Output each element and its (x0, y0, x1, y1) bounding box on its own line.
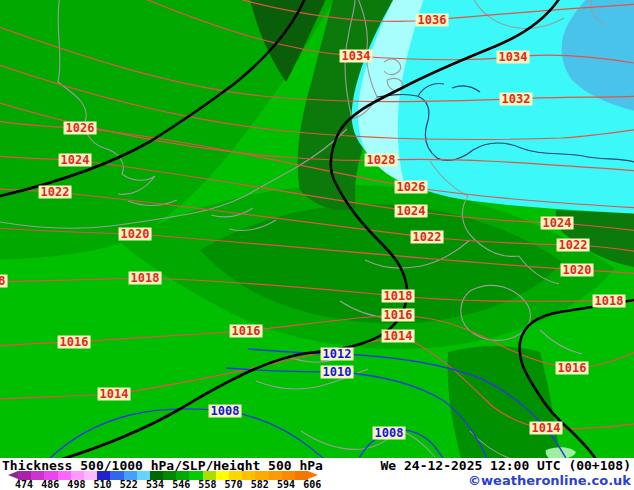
isobar-label: 1008 (209, 405, 242, 418)
isobar-label: 1012 (321, 348, 354, 361)
isobar-label: 1020 (119, 228, 152, 241)
isobar-label: 1016 (382, 309, 415, 322)
isobar-label: 1016 (230, 325, 263, 338)
copyright-link[interactable]: ©weatheronline.co.uk (468, 474, 631, 488)
scale-value: 606 (303, 479, 321, 490)
scale-arrow-left (8, 471, 18, 479)
isobar-label: 1018 (593, 295, 626, 308)
isobar-label: 1026 (64, 122, 97, 135)
isobar-label: 1028 (365, 154, 398, 167)
isobar-label: 1022 (557, 239, 590, 252)
isobar-label: 1034 (340, 50, 373, 63)
weather-map-screenshot: 1036103410341032102810261026102410241024… (0, 0, 634, 490)
isobar-label: 1016 (556, 362, 589, 375)
isobar-label: 1024 (541, 217, 574, 230)
isobar-label: 1018 (0, 275, 7, 288)
isobar-label: 1032 (500, 93, 533, 106)
isobar-label: 1024 (395, 205, 428, 218)
scale-value: 546 (172, 479, 190, 490)
isobar-label: 1022 (39, 186, 72, 199)
isobar-label: 1018 (129, 272, 162, 285)
isobar-label: 1036 (416, 14, 449, 27)
legend-bar: Thickness 500/1000 hPa/SLP/Height 500 hP… (0, 458, 634, 490)
map-svg (0, 0, 634, 460)
isobar-label: 1022 (411, 231, 444, 244)
scale-value: 570 (225, 479, 243, 490)
scale-arrow-right (308, 471, 318, 479)
isobar-label: 1020 (561, 264, 594, 277)
thickness-scale-values: 474486498510522534546558570582594606 (8, 479, 338, 490)
scale-value: 594 (277, 479, 295, 490)
legend-datetime: We 24-12-2025 12:00 UTC (00+108) (381, 459, 631, 473)
scale-value: 534 (146, 479, 164, 490)
map-area: 1036103410341032102810261026102410241024… (0, 0, 634, 460)
isobar-label: 1014 (382, 330, 415, 343)
scale-value: 486 (41, 479, 59, 490)
isobar-label: 1014 (530, 422, 563, 435)
scale-value: 558 (198, 479, 216, 490)
isobar-label: 1008 (373, 427, 406, 440)
scale-value: 510 (94, 479, 112, 490)
isobar-label: 1024 (59, 154, 92, 167)
isobar-label: 1010 (321, 366, 354, 379)
scale-value: 522 (120, 479, 138, 490)
thickness-regions (0, 0, 634, 460)
isobar-label: 1018 (382, 290, 415, 303)
scale-value: 474 (15, 479, 33, 490)
scale-value: 498 (67, 479, 85, 490)
isobar-label: 1034 (497, 51, 530, 64)
scale-value: 582 (251, 479, 269, 490)
isobar-label: 1014 (98, 388, 131, 401)
isobar-label: 1016 (58, 336, 91, 349)
isobar-label: 1026 (395, 181, 428, 194)
